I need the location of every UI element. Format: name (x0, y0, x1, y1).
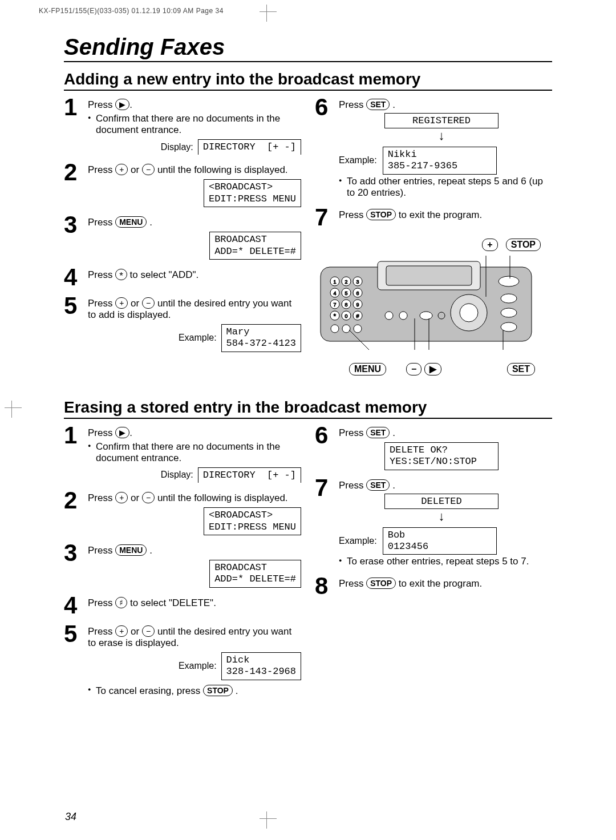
menu-key: MENU (115, 544, 147, 556)
svg-point-34 (501, 308, 517, 317)
svg-point-38 (420, 312, 432, 320)
crop-mark-top-icon (260, 5, 277, 22)
minus-key-icon: − (142, 297, 155, 309)
svg-point-32 (499, 276, 519, 286)
erase-step-6: 6 Press SET . DELETE OK? YES:SET/NO:STOP (315, 423, 552, 471)
erase-step-8: 8 Press STOP to exit the program. (315, 574, 552, 598)
erase-step-1: 1 Press ▶. Confirm that there are no doc… (64, 423, 301, 484)
svg-point-28 (342, 325, 350, 333)
callout-stop: STOP (506, 239, 541, 251)
add-step-1: 1 Press ▶. Confirm that there are no doc… (64, 95, 301, 156)
callout-minus: − (406, 363, 422, 375)
erase-step-3: 3 Press MENU . BROADCAST ADD=* DELETE=# (64, 541, 301, 589)
set-key: SET (366, 427, 390, 438)
stop-key: STOP (366, 209, 396, 220)
section-erase-title: Erasing a stored entry in the broadcast … (64, 398, 552, 419)
add-step6-bullet: To add other entries, repeat steps 5 and… (339, 176, 552, 199)
crop-mark-bottom-icon (260, 811, 277, 829)
minus-key-icon: − (142, 492, 155, 503)
add-columns: 1 Press ▶. Confirm that there are no doc… (64, 95, 552, 375)
fax-machine-icon: 1 2 3 4 5 6 7 8 9 * 0 # (315, 256, 537, 353)
svg-point-36 (385, 312, 393, 320)
svg-point-31 (460, 304, 478, 322)
display-value: BROADCAST ADD=* DELETE=# (209, 232, 301, 260)
erase-step-4: 4 Press ♯ to select "DELETE". (64, 593, 301, 617)
svg-text:4: 4 (333, 290, 336, 296)
add-step1-press: Press (88, 99, 115, 110)
add-step-4: 4 Press to select "ADD". (64, 265, 301, 289)
plus-key-icon: + (115, 164, 128, 175)
page-number: 34 (65, 811, 76, 823)
erase-step-5: 5 Press + or − until the desired entry y… (64, 622, 301, 699)
svg-text:9: 9 (356, 302, 359, 308)
set-key: SET (366, 99, 390, 110)
svg-point-27 (331, 325, 339, 333)
example-label: Example: (179, 333, 217, 343)
print-header: KX-FP151/155(E)(033-035) 01.12.19 10:09 … (39, 7, 224, 15)
set-key: SET (366, 479, 390, 491)
section-add-title: Adding a new entry into the broadcast me… (64, 70, 552, 91)
star-key-icon (115, 269, 127, 280)
svg-text:1: 1 (333, 279, 336, 285)
add-step-6: 6 Press SET . REGISTERED ↓ Example: Nikk… (315, 95, 552, 201)
next-key-icon: ▶ (115, 99, 129, 110)
add-step-7: 7 Press STOP to exit the program. (315, 205, 552, 229)
svg-text:7: 7 (333, 302, 336, 308)
chapter-title: Sending Faxes (64, 34, 552, 62)
erase-step-2: 2 Press + or − until the following is di… (64, 488, 301, 536)
svg-point-37 (399, 312, 407, 320)
minus-key-icon: − (142, 164, 155, 175)
svg-text:5: 5 (345, 290, 347, 296)
svg-text:0: 0 (345, 313, 347, 319)
callout-plus: + (482, 239, 497, 251)
hash-key-icon: ♯ (115, 597, 127, 608)
svg-point-33 (501, 294, 517, 303)
arrow-down-icon: ↓ (436, 128, 447, 143)
callout-menu: MENU (349, 363, 386, 375)
callout-set: SET (507, 363, 535, 375)
crop-mark-left-icon (5, 401, 22, 418)
example-label: Example: (339, 155, 377, 165)
add-step-2: 2 Press + or − until the following is di… (64, 160, 301, 208)
menu-key: MENU (115, 216, 147, 228)
display-label: Display: (161, 142, 193, 152)
add-step-5: 5 Press + or − until the desired entry y… (64, 294, 301, 353)
display-value: <BROADCAST> EDIT:PRESS MENU (204, 179, 301, 207)
callout-next: ▶ (424, 363, 441, 375)
svg-text:6: 6 (356, 290, 359, 296)
plus-key-icon: + (115, 625, 128, 637)
page: KX-FP151/155(E)(033-035) 01.12.19 10:09 … (0, 0, 616, 840)
stop-key: STOP (366, 578, 396, 589)
add-step1-bullet: Confirm that there are no documents in t… (88, 113, 301, 136)
add-step-3: 3 Press MENU . BROADCAST ADD=* DELETE=# (64, 213, 301, 261)
stop-key: STOP (203, 685, 233, 696)
display-value: Mary 584-372-4123 (221, 324, 301, 352)
svg-text:8: 8 (345, 302, 347, 308)
display-value: DIRECTORY [+ -] (198, 139, 301, 155)
next-key-icon: ▶ (115, 427, 129, 438)
minus-key-icon: − (142, 625, 155, 637)
plus-key-icon: + (115, 492, 128, 503)
svg-text:3: 3 (356, 279, 359, 285)
erase-columns: 1 Press ▶. Confirm that there are no doc… (64, 423, 552, 704)
plus-key-icon: + (115, 297, 128, 309)
svg-text:*: * (334, 313, 337, 320)
registered-box: REGISTERED (384, 113, 499, 128)
svg-rect-2 (386, 266, 472, 285)
erase-step-7: 7 Press SET . DELETED ↓ Example: Bob 012… (315, 476, 552, 570)
deleted-box: DELETED (384, 494, 499, 509)
display-value: Nikki 385-217-9365 (383, 147, 497, 175)
svg-text:#: # (356, 313, 359, 319)
svg-point-29 (354, 325, 362, 333)
svg-text:2: 2 (345, 279, 347, 285)
arrow-down-icon: ↓ (436, 509, 447, 524)
fax-illustration: + STOP 1 2 3 4 5 (315, 239, 552, 375)
